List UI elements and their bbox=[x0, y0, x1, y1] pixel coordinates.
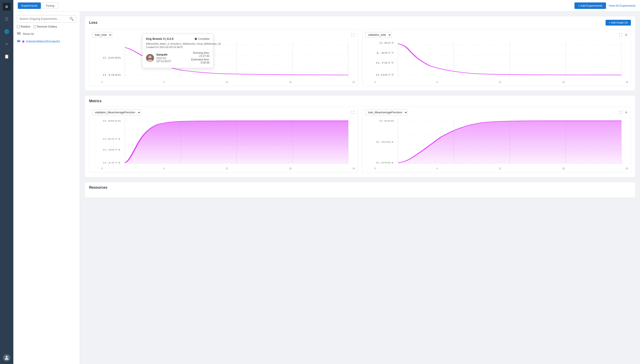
add-experiments-button[interactable]: + Add Experiments bbox=[574, 2, 606, 9]
running-time-row: Running time: 21:27:42 bbox=[183, 51, 210, 58]
svg-text:0.7977: 0.7977 bbox=[376, 62, 394, 64]
status-dot bbox=[195, 38, 197, 40]
svg-text:1.4977: 1.4977 bbox=[376, 52, 394, 54]
remove-outliers-checkbox[interactable] bbox=[33, 25, 36, 28]
popup-user-name: Sampath bbox=[156, 53, 181, 56]
x-axis-train-map: 06121824 bbox=[365, 167, 628, 170]
loss-val-svg: 2.827 1.4977 0.7977 0.0977 bbox=[365, 40, 628, 80]
loss-section-header: Loss + Add Graph (4) bbox=[89, 20, 631, 26]
resources-section: Resources bbox=[84, 182, 636, 198]
running-time-value: 21:27:42 bbox=[199, 54, 210, 58]
x-axis-val-map: 06121824 bbox=[92, 167, 355, 170]
loss-title: Loss bbox=[89, 21, 97, 25]
metrics-section: Metrics validation_MeanAveragePrecision … bbox=[84, 95, 636, 177]
relative-filter-label[interactable]: Relative bbox=[17, 25, 30, 28]
search-input[interactable] bbox=[19, 17, 69, 20]
topbar-tabs: Experiments Tuning bbox=[18, 2, 58, 9]
user-avatar[interactable] bbox=[3, 354, 10, 361]
fullscreen-icon[interactable]: ⛶ bbox=[351, 33, 355, 37]
eye-slash-icon bbox=[17, 31, 21, 36]
fullscreen-icon[interactable]: ⛶ bbox=[619, 33, 623, 37]
sidebar-logo[interactable]: G bbox=[3, 3, 11, 11]
search-box: 🔍 bbox=[17, 15, 76, 22]
relative-label: Relative bbox=[21, 25, 30, 28]
experiment-item[interactable]: 61fbe8cf4806e20541a6e061 bbox=[17, 39, 76, 44]
sidebar: G ☰ 🌐 ≡ 📋 bbox=[0, 0, 13, 364]
popup-status-label: Complete bbox=[198, 37, 210, 40]
globe-icon[interactable]: 🌐 bbox=[3, 28, 11, 36]
left-panel: 🔍 Relative Remove Outliers Show All bbox=[13, 12, 80, 364]
chart-header: train_total ⛶ bbox=[92, 32, 355, 38]
experiment-id-link[interactable]: 61fbe8cf4806e20541a6e061 bbox=[26, 40, 60, 43]
x-axis-labels-val: 06121824 bbox=[365, 81, 628, 83]
close-chart-icon[interactable]: ✕ bbox=[624, 110, 628, 115]
svg-text:0.2551: 0.2551 bbox=[376, 161, 394, 164]
view-all-experiments-link[interactable]: View All Experiments bbox=[609, 4, 636, 7]
train-map-chart: train_MeanAveragePrecision ⛶ ✕ bbox=[362, 107, 631, 173]
popup-user-info: Sampath 2022-02-03T14:38:07 bbox=[156, 53, 181, 63]
chart-actions-vmap: ⛶ bbox=[351, 110, 355, 115]
tab-experiments[interactable]: Experiments bbox=[18, 2, 41, 9]
running-time-label: Running time: bbox=[193, 51, 210, 54]
document-icon[interactable]: 📋 bbox=[3, 52, 11, 60]
show-all-label: Show All bbox=[23, 32, 34, 36]
x-axis-labels: 06121824 bbox=[92, 81, 355, 83]
train-total-select[interactable]: train_total bbox=[92, 32, 112, 38]
train-map-area: 0.669 0.4051 0.2551 bbox=[365, 118, 628, 166]
svg-text:0.6471: 0.6471 bbox=[103, 138, 121, 140]
experiment-popup: Dog Breeds 3 | 0.2.0 Complete EfficientD… bbox=[142, 34, 213, 68]
chart-header-val: validation_total ⛶ ✕ bbox=[365, 32, 628, 38]
train-total-chart: train_total ⛶ bbox=[89, 29, 358, 86]
remove-outliers-filter-label[interactable]: Remove Outliers bbox=[33, 25, 57, 28]
popup-status-badge: Complete bbox=[195, 37, 210, 40]
validation-total-select[interactable]: validation_total bbox=[365, 32, 392, 38]
loss-train-svg: 0.2696 0.1946 bbox=[92, 40, 355, 80]
svg-text:0.3971: 0.3971 bbox=[103, 149, 121, 151]
right-panel: Loss + Add Graph (4) train_total ⛶ bbox=[80, 12, 640, 364]
train-map-header: train_MeanAveragePrecision ⛶ ✕ bbox=[365, 110, 628, 115]
popup-description: EfficientDet_Adam_4_SmoothL1_WithAnchor_… bbox=[146, 42, 210, 49]
svg-text:0.1471: 0.1471 bbox=[103, 161, 121, 164]
remove-outliers-label: Remove Outliers bbox=[37, 25, 57, 28]
popup-timing: Running time: 21:27:42 Estimated time: 0… bbox=[183, 51, 210, 65]
chart-actions-tmap: ⛶ ✕ bbox=[619, 110, 628, 115]
val-map-svg: 0.9625 0.6471 0.3971 0.1471 bbox=[92, 118, 355, 166]
popup-user-date: 2022-02-03T14:38:07 bbox=[156, 57, 181, 63]
popup-title: Dog Breeds 3 | 0.2.0 bbox=[146, 37, 174, 40]
search-icon: 🔍 bbox=[69, 17, 74, 21]
popup-user-row: Sampath 2022-02-03T14:38:07 Running time… bbox=[146, 51, 210, 65]
fullscreen-icon[interactable]: ⛶ bbox=[351, 110, 355, 115]
val-map-area: 0.9625 0.6471 0.3971 0.1471 bbox=[92, 118, 355, 166]
train-map-select[interactable]: train_MeanAveragePrecision bbox=[365, 110, 408, 115]
tab-tuning[interactable]: Tuning bbox=[42, 2, 58, 9]
svg-text:0.9625: 0.9625 bbox=[103, 120, 121, 122]
filter-list-icon[interactable]: ≡ bbox=[3, 40, 11, 48]
val-map-header: validation_MeanAveragePrecision ⛶ bbox=[92, 110, 355, 115]
eye-icon bbox=[17, 39, 20, 44]
train-map-svg: 0.669 0.4051 0.2551 bbox=[365, 118, 628, 166]
metrics-charts-grid: validation_MeanAveragePrecision ⛶ bbox=[89, 107, 631, 173]
close-chart-icon[interactable]: ✕ bbox=[624, 33, 628, 37]
svg-point-51 bbox=[148, 56, 152, 59]
resources-section-header: Resources bbox=[89, 186, 631, 190]
validation-total-chart: validation_total ⛶ ✕ bbox=[362, 29, 631, 86]
val-map-select[interactable]: validation_MeanAveragePrecision bbox=[92, 110, 141, 115]
main-content: Experiments Tuning + Add Experiments Vie… bbox=[13, 0, 640, 364]
chart-area-val: 2.827 1.4977 0.7977 0.0977 bbox=[365, 40, 628, 80]
estimated-time-label: Estimated time: bbox=[191, 58, 210, 61]
relative-checkbox[interactable] bbox=[17, 25, 20, 28]
val-map-chart: validation_MeanAveragePrecision ⛶ bbox=[89, 107, 358, 173]
svg-text:2.827: 2.827 bbox=[379, 42, 394, 44]
show-all-row[interactable]: Show All bbox=[17, 31, 76, 36]
experiment-color-dot bbox=[22, 40, 24, 43]
metrics-section-header: Metrics bbox=[89, 99, 631, 103]
chart-actions: ⛶ bbox=[351, 33, 355, 37]
filter-row: Relative Remove Outliers bbox=[17, 25, 76, 28]
topbar-actions: + Add Experiments View All Experiments bbox=[574, 2, 636, 9]
menu-icon[interactable]: ☰ bbox=[3, 15, 11, 23]
fullscreen-icon[interactable]: ⛶ bbox=[619, 110, 623, 115]
svg-text:0.1946: 0.1946 bbox=[103, 74, 121, 76]
add-graph-button[interactable]: + Add Graph (4) bbox=[606, 20, 631, 26]
estimated-time-value: 0:00:00 bbox=[201, 61, 210, 64]
content-area: 🔍 Relative Remove Outliers Show All bbox=[13, 12, 640, 364]
